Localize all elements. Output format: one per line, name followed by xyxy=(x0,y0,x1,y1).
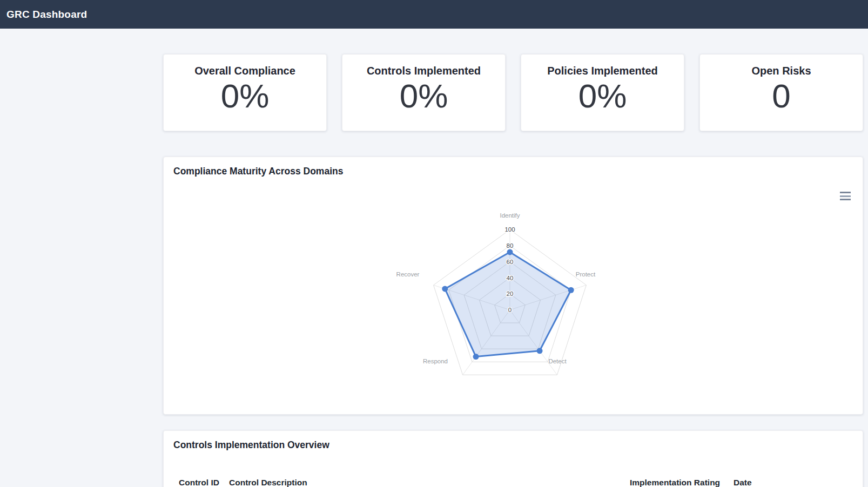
radar-data-point[interactable] xyxy=(537,348,543,354)
metric-value: 0 xyxy=(700,78,863,113)
chart-card-title: Compliance Maturity Across Domains xyxy=(173,166,343,177)
radar-axis-label: Recover xyxy=(396,271,420,278)
metric-card-controls-implemented: Controls Implemented 0% xyxy=(342,54,506,131)
radar-data-point[interactable] xyxy=(473,354,479,360)
radar-tick-label: 60 xyxy=(507,259,514,265)
radar-tick-label: 20 xyxy=(507,290,514,297)
metric-card-overall-compliance: Overall Compliance 0% xyxy=(163,54,327,131)
column-header-description: Control Description xyxy=(223,471,623,487)
radar-chart: 020406080100IdentifyProtectDetectRespond… xyxy=(369,207,650,412)
metric-value: 0% xyxy=(164,78,326,113)
table-card-title: Controls Implementation Overview xyxy=(173,439,329,451)
metric-card-open-risks: Open Risks 0 xyxy=(699,54,863,131)
app-title: GRC Dashboard xyxy=(6,9,87,21)
hamburger-bar xyxy=(840,192,851,193)
metric-label: Open Risks xyxy=(700,65,863,77)
radar-axis-label: Protect xyxy=(576,271,596,278)
controls-table: Control ID Control Description Implement… xyxy=(172,471,854,487)
column-header-control-id: Control ID xyxy=(172,471,223,487)
metric-cards-row: Overall Compliance 0% Controls Implement… xyxy=(163,54,863,131)
radar-data-point[interactable] xyxy=(442,286,448,292)
radar-axis-label: Respond xyxy=(423,358,448,364)
controls-overview-card: Controls Implementation Overview Control… xyxy=(163,430,863,487)
radar-tick-label: 0 xyxy=(508,307,512,313)
column-header-date: Date xyxy=(727,471,854,487)
radar-data-point[interactable] xyxy=(568,287,574,293)
controls-table-header-row: Control ID Control Description Implement… xyxy=(172,471,854,487)
hamburger-icon[interactable] xyxy=(840,192,851,200)
radar-tick-label: 40 xyxy=(507,275,514,281)
radar-tick-label: 100 xyxy=(504,226,515,233)
metric-label: Policies Implemented xyxy=(521,65,684,77)
compliance-maturity-card: Compliance Maturity Across Domains 02040… xyxy=(163,157,863,415)
column-header-rating: Implementation Rating xyxy=(623,471,727,487)
metric-value: 0% xyxy=(521,78,684,113)
radar-data-point[interactable] xyxy=(507,249,513,255)
radar-axis-label: Detect xyxy=(548,358,567,364)
app-header: GRC Dashboard xyxy=(0,0,868,29)
hamburger-bar xyxy=(840,195,851,197)
hamburger-bar xyxy=(840,199,851,200)
metric-value: 0% xyxy=(342,78,505,113)
metric-card-policies-implemented: Policies Implemented 0% xyxy=(521,54,684,131)
radar-tick-label: 80 xyxy=(507,242,514,249)
radar-axis-label: Identify xyxy=(500,212,520,219)
metric-label: Overall Compliance xyxy=(164,65,326,77)
metric-label: Controls Implemented xyxy=(342,65,505,77)
radar-series-polygon xyxy=(445,252,571,357)
